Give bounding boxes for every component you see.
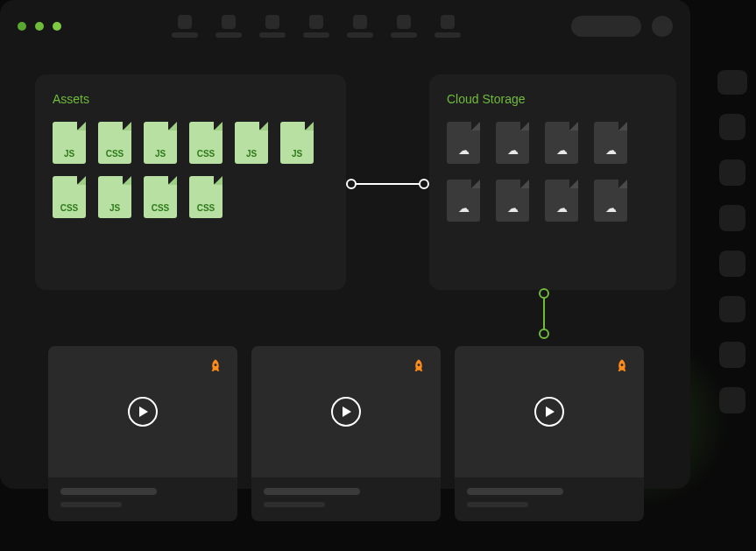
cloud-upload-icon: ☁	[507, 144, 519, 157]
svg-point-2	[420, 180, 428, 188]
rocket-icon	[208, 358, 223, 374]
card-meta	[251, 477, 441, 518]
cloud-upload-icon: ☁	[458, 201, 470, 215]
media-cards-row	[48, 346, 644, 521]
css-file-icon[interactable]: CSS	[189, 176, 223, 218]
close-window-icon[interactable]	[18, 22, 26, 31]
cloud-file-icon[interactable]: ☁	[545, 122, 578, 164]
meta-title-placeholder	[60, 488, 157, 495]
js-file-icon[interactable]: JS	[53, 122, 86, 164]
side-rail	[709, 53, 756, 431]
svg-point-5	[540, 329, 548, 338]
rocket-icon	[614, 358, 630, 374]
nav-item[interactable]	[347, 15, 373, 38]
media-thumbnail	[251, 346, 441, 477]
cloud-file-icon[interactable]: ☁	[496, 180, 529, 222]
css-file-icon[interactable]: CSS	[53, 176, 86, 218]
nav-item[interactable]	[259, 15, 286, 38]
meta-subtitle-placeholder	[264, 502, 325, 507]
js-file-icon[interactable]: JS	[280, 122, 314, 164]
nav-item[interactable]	[215, 15, 242, 38]
minimize-window-icon[interactable]	[35, 22, 44, 31]
assets-panel: Assets JS CSS JS CSS JS JS CSS JS CSS CS…	[35, 74, 346, 290]
assets-panel-title: Assets	[53, 92, 329, 106]
media-card[interactable]	[251, 346, 441, 521]
js-file-icon[interactable]: JS	[98, 176, 131, 218]
rail-item[interactable]	[719, 296, 745, 322]
play-button[interactable]	[128, 397, 158, 427]
titlebar	[0, 0, 690, 53]
search-pill[interactable]	[571, 16, 641, 37]
play-icon	[139, 406, 148, 417]
cloud-upload-icon: ☁	[556, 144, 568, 157]
cloud-upload-icon: ☁	[507, 201, 519, 215]
nav-center	[61, 15, 571, 38]
css-file-icon[interactable]: CSS	[98, 122, 131, 164]
cloud-storage-panel: Cloud Storage ☁ ☁ ☁ ☁ ☁ ☁ ☁ ☁	[429, 74, 676, 290]
js-file-icon[interactable]: JS	[144, 122, 177, 164]
cloud-upload-icon: ☁	[556, 201, 568, 215]
avatar[interactable]	[652, 16, 673, 37]
js-file-icon[interactable]: JS	[235, 122, 268, 164]
media-card[interactable]	[48, 346, 237, 521]
play-button[interactable]	[534, 397, 564, 427]
nav-item[interactable]	[303, 15, 329, 38]
cloud-file-icon[interactable]: ☁	[447, 122, 480, 164]
nav-item[interactable]	[172, 15, 198, 38]
rail-item[interactable]	[719, 342, 745, 368]
svg-point-1	[347, 180, 356, 188]
nav-right	[571, 16, 673, 37]
maximize-window-icon[interactable]	[53, 22, 61, 31]
card-meta	[48, 477, 237, 518]
meta-subtitle-placeholder	[60, 502, 122, 507]
cloud-file-icon[interactable]: ☁	[447, 180, 480, 222]
rail-item[interactable]	[719, 114, 745, 140]
content-area: Assets JS CSS JS CSS JS JS CSS JS CSS CS…	[0, 53, 690, 96]
rocket-icon	[411, 358, 427, 374]
traffic-lights	[18, 22, 61, 31]
play-button[interactable]	[331, 397, 361, 427]
play-icon	[343, 406, 351, 417]
svg-point-4	[540, 289, 548, 298]
cloud-upload-icon: ☁	[458, 144, 470, 157]
cloud-panel-title: Cloud Storage	[447, 92, 659, 106]
cloud-file-icon[interactable]: ☁	[545, 180, 578, 222]
cloud-file-icon[interactable]: ☁	[496, 122, 529, 164]
cloud-file-grid: ☁ ☁ ☁ ☁ ☁ ☁ ☁ ☁	[447, 122, 659, 222]
cloud-file-icon[interactable]: ☁	[594, 180, 627, 222]
css-file-icon[interactable]: CSS	[144, 176, 177, 218]
cloud-upload-icon: ☁	[605, 201, 617, 215]
nav-item[interactable]	[435, 15, 461, 38]
connector-horizontal	[346, 179, 429, 189]
css-file-icon[interactable]: CSS	[189, 122, 223, 164]
rail-item[interactable]	[717, 70, 747, 95]
cloud-upload-icon: ☁	[605, 144, 617, 157]
rail-item[interactable]	[719, 159, 745, 186]
connector-vertical	[539, 288, 549, 339]
meta-title-placeholder	[264, 488, 360, 495]
media-card[interactable]	[455, 346, 644, 521]
rail-item[interactable]	[719, 387, 745, 413]
meta-title-placeholder	[467, 488, 563, 495]
nav-item[interactable]	[391, 15, 417, 38]
rail-item[interactable]	[719, 205, 745, 231]
assets-file-grid: JS CSS JS CSS JS JS CSS JS CSS CSS	[53, 122, 329, 218]
cloud-file-icon[interactable]: ☁	[594, 122, 627, 164]
play-icon	[546, 406, 555, 417]
media-thumbnail	[48, 346, 237, 477]
meta-subtitle-placeholder	[467, 502, 528, 507]
card-meta	[455, 477, 644, 518]
media-thumbnail	[455, 346, 644, 477]
rail-item[interactable]	[719, 251, 745, 277]
